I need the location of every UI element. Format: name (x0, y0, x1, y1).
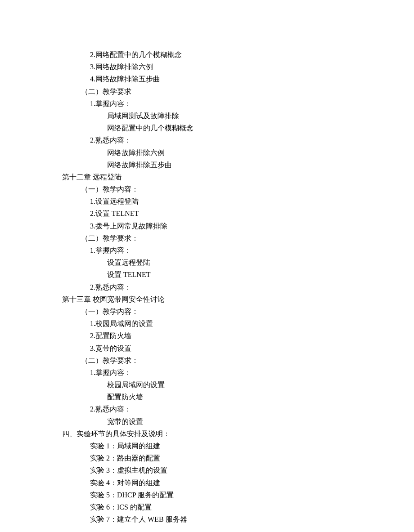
document-line: 2.设置 TELNET (62, 207, 414, 219)
document-line: 4.网络故障排除五步曲 (62, 73, 414, 85)
document-line: 设置 TELNET (62, 268, 414, 281)
document-line: 宽带的设置 (62, 416, 414, 428)
document-line: 配置防火墙 (62, 391, 414, 403)
document-line: 3.宽带的设置 (62, 342, 414, 354)
document-line: 1.掌握内容： (62, 98, 414, 110)
document-line: 设置远程登陆 (62, 256, 414, 268)
document-line: 实验 1：局域网的组建 (62, 440, 414, 452)
document-line: （一）教学内容： (62, 183, 414, 195)
document-line: 实验 6：ICS 的配置 (62, 501, 414, 513)
document-line: 实验 3：虚拟主机的设置 (62, 464, 414, 476)
document-line: （二）教学要求 (62, 85, 414, 98)
document-line: 网络故障排除六例 (62, 147, 414, 159)
document-line: 第十二章 远程登陆 (62, 171, 414, 183)
document-line: 1.掌握内容： (62, 367, 414, 379)
document-line: 2.配置防火墙 (62, 330, 414, 342)
document-line: 实验 7：建立个人 WEB 服务器 (62, 513, 414, 525)
document-line: （二）教学要求： (62, 354, 414, 367)
document-content: 2.网络配置中的几个模糊概念3.网络故障排除六例4.网络故障排除五步曲（二）教学… (62, 49, 414, 525)
document-line: （一）教学内容： (62, 305, 414, 317)
document-line: 1.设置远程登陆 (62, 195, 414, 207)
document-line: 2.熟悉内容： (62, 281, 414, 293)
document-line: 实验 5：DHCP 服务的配置 (62, 489, 414, 501)
document-line: 3.拨号上网常见故障排除 (62, 220, 414, 232)
document-line: 1.掌握内容： (62, 244, 414, 256)
document-line: （二）教学要求： (62, 232, 414, 244)
document-line: 局域网测试及故障排除 (62, 110, 414, 122)
document-line: 2.熟悉内容： (62, 134, 414, 146)
document-line: 3.网络故障排除六例 (62, 61, 414, 73)
document-line: 第十三章 校园宽带网安全性讨论 (62, 293, 414, 305)
document-line: 网络配置中的几个模糊概念 (62, 122, 414, 134)
document-line: 网络故障排除五步曲 (62, 159, 414, 171)
document-line: 实验 2：路由器的配置 (62, 452, 414, 464)
document-line: 2.熟悉内容： (62, 403, 414, 415)
document-line: 1.校园局域网的设置 (62, 317, 414, 330)
document-line: 实验 4：对等网的组建 (62, 477, 414, 489)
document-line: 2.网络配置中的几个模糊概念 (62, 49, 414, 61)
document-line: 校园局域网的设置 (62, 379, 414, 391)
document-line: 四、实验环节的具体安排及说明： (62, 428, 414, 440)
